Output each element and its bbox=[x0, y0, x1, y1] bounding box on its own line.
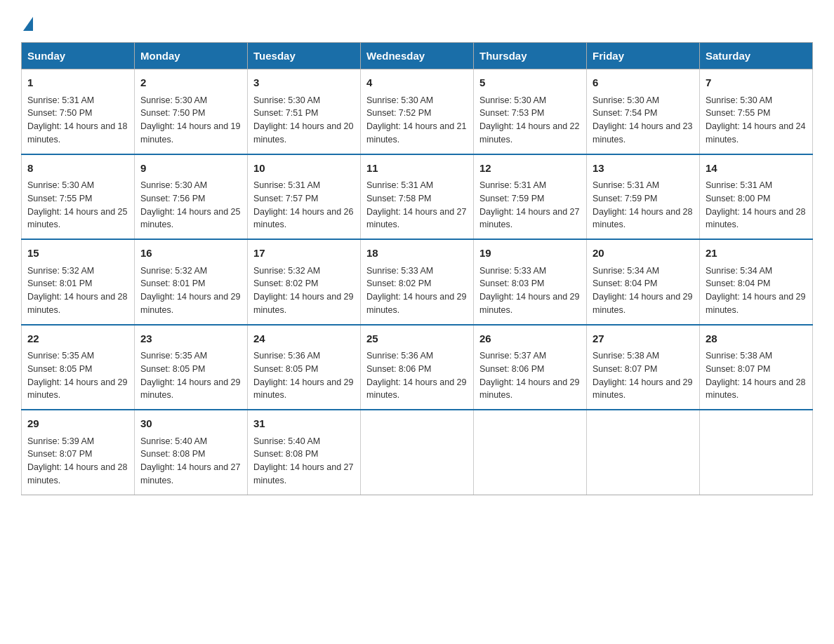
logo bbox=[21, 14, 33, 31]
calendar-cell: 17Sunrise: 5:32 AMSunset: 8:02 PMDayligh… bbox=[248, 239, 361, 325]
day-number: 23 bbox=[140, 331, 241, 347]
calendar-cell: 22Sunrise: 5:35 AMSunset: 8:05 PMDayligh… bbox=[22, 325, 135, 410]
day-number: 9 bbox=[140, 161, 241, 177]
col-header-tuesday: Tuesday bbox=[248, 43, 361, 69]
calendar-cell: 5Sunrise: 5:30 AMSunset: 7:53 PMDaylight… bbox=[474, 69, 587, 154]
day-number: 11 bbox=[366, 161, 468, 177]
day-number: 8 bbox=[27, 161, 128, 177]
calendar-cell: 21Sunrise: 5:34 AMSunset: 8:04 PMDayligh… bbox=[700, 239, 813, 325]
calendar-cell: 18Sunrise: 5:33 AMSunset: 8:02 PMDayligh… bbox=[361, 239, 474, 325]
day-number: 31 bbox=[253, 416, 355, 432]
calendar-cell: 29Sunrise: 5:39 AMSunset: 8:07 PMDayligh… bbox=[22, 410, 135, 495]
day-number: 21 bbox=[706, 246, 807, 262]
day-number: 6 bbox=[593, 75, 694, 91]
calendar-cell: 16Sunrise: 5:32 AMSunset: 8:01 PMDayligh… bbox=[135, 239, 248, 325]
calendar-cell: 15Sunrise: 5:32 AMSunset: 8:01 PMDayligh… bbox=[22, 239, 135, 325]
day-number: 12 bbox=[479, 161, 581, 177]
calendar-cell: 8Sunrise: 5:30 AMSunset: 7:55 PMDaylight… bbox=[22, 154, 135, 240]
calendar-cell: 7Sunrise: 5:30 AMSunset: 7:55 PMDaylight… bbox=[700, 69, 813, 154]
calendar-cell: 26Sunrise: 5:37 AMSunset: 8:06 PMDayligh… bbox=[474, 325, 587, 410]
day-number: 27 bbox=[593, 331, 694, 347]
calendar-cell: 27Sunrise: 5:38 AMSunset: 8:07 PMDayligh… bbox=[587, 325, 700, 410]
col-header-friday: Friday bbox=[587, 43, 700, 69]
calendar-week-row: 8Sunrise: 5:30 AMSunset: 7:55 PMDaylight… bbox=[22, 154, 813, 240]
calendar-cell: 23Sunrise: 5:35 AMSunset: 8:05 PMDayligh… bbox=[135, 325, 248, 410]
day-number: 30 bbox=[140, 416, 241, 432]
day-number: 2 bbox=[140, 75, 241, 91]
calendar-cell bbox=[474, 410, 587, 495]
day-number: 16 bbox=[140, 246, 241, 262]
calendar-cell: 9Sunrise: 5:30 AMSunset: 7:56 PMDaylight… bbox=[135, 154, 248, 240]
calendar-cell: 31Sunrise: 5:40 AMSunset: 8:08 PMDayligh… bbox=[248, 410, 361, 495]
col-header-wednesday: Wednesday bbox=[361, 43, 474, 69]
day-number: 7 bbox=[706, 75, 807, 91]
calendar-cell: 3Sunrise: 5:30 AMSunset: 7:51 PMDaylight… bbox=[248, 69, 361, 154]
calendar-week-row: 15Sunrise: 5:32 AMSunset: 8:01 PMDayligh… bbox=[22, 239, 813, 325]
day-number: 25 bbox=[366, 331, 468, 347]
calendar-week-row: 1Sunrise: 5:31 AMSunset: 7:50 PMDaylight… bbox=[22, 69, 813, 154]
calendar-cell: 11Sunrise: 5:31 AMSunset: 7:58 PMDayligh… bbox=[361, 154, 474, 240]
calendar-cell: 13Sunrise: 5:31 AMSunset: 7:59 PMDayligh… bbox=[587, 154, 700, 240]
day-number: 22 bbox=[27, 331, 128, 347]
day-number: 1 bbox=[27, 75, 128, 91]
calendar-cell: 20Sunrise: 5:34 AMSunset: 8:04 PMDayligh… bbox=[587, 239, 700, 325]
col-header-sunday: Sunday bbox=[22, 43, 135, 69]
calendar-cell: 4Sunrise: 5:30 AMSunset: 7:52 PMDaylight… bbox=[361, 69, 474, 154]
calendar-cell bbox=[587, 410, 700, 495]
col-header-monday: Monday bbox=[135, 43, 248, 69]
day-number: 20 bbox=[593, 246, 694, 262]
calendar-cell: 6Sunrise: 5:30 AMSunset: 7:54 PMDaylight… bbox=[587, 69, 700, 154]
calendar-header-row: SundayMondayTuesdayWednesdayThursdayFrid… bbox=[22, 43, 813, 69]
logo-triangle-icon bbox=[23, 17, 33, 31]
day-number: 29 bbox=[27, 416, 128, 432]
calendar-cell bbox=[361, 410, 474, 495]
day-number: 24 bbox=[253, 331, 355, 347]
day-number: 17 bbox=[253, 246, 355, 262]
calendar-cell: 28Sunrise: 5:38 AMSunset: 8:07 PMDayligh… bbox=[700, 325, 813, 410]
calendar-cell: 2Sunrise: 5:30 AMSunset: 7:50 PMDaylight… bbox=[135, 69, 248, 154]
day-number: 15 bbox=[27, 246, 128, 262]
page-header bbox=[21, 14, 813, 31]
calendar-week-row: 29Sunrise: 5:39 AMSunset: 8:07 PMDayligh… bbox=[22, 410, 813, 495]
calendar-cell: 14Sunrise: 5:31 AMSunset: 8:00 PMDayligh… bbox=[700, 154, 813, 240]
day-number: 4 bbox=[366, 75, 468, 91]
col-header-saturday: Saturday bbox=[700, 43, 813, 69]
calendar-cell: 10Sunrise: 5:31 AMSunset: 7:57 PMDayligh… bbox=[248, 154, 361, 240]
col-header-thursday: Thursday bbox=[474, 43, 587, 69]
day-number: 18 bbox=[366, 246, 468, 262]
calendar-cell: 30Sunrise: 5:40 AMSunset: 8:08 PMDayligh… bbox=[135, 410, 248, 495]
day-number: 13 bbox=[593, 161, 694, 177]
day-number: 28 bbox=[706, 331, 807, 347]
calendar-week-row: 22Sunrise: 5:35 AMSunset: 8:05 PMDayligh… bbox=[22, 325, 813, 410]
calendar-table: SundayMondayTuesdayWednesdayThursdayFrid… bbox=[21, 42, 813, 495]
calendar-cell: 19Sunrise: 5:33 AMSunset: 8:03 PMDayligh… bbox=[474, 239, 587, 325]
calendar-cell: 12Sunrise: 5:31 AMSunset: 7:59 PMDayligh… bbox=[474, 154, 587, 240]
calendar-cell: 25Sunrise: 5:36 AMSunset: 8:06 PMDayligh… bbox=[361, 325, 474, 410]
calendar-cell: 24Sunrise: 5:36 AMSunset: 8:05 PMDayligh… bbox=[248, 325, 361, 410]
day-number: 14 bbox=[706, 161, 807, 177]
day-number: 26 bbox=[479, 331, 581, 347]
day-number: 5 bbox=[479, 75, 581, 91]
calendar-cell: 1Sunrise: 5:31 AMSunset: 7:50 PMDaylight… bbox=[22, 69, 135, 154]
day-number: 19 bbox=[479, 246, 581, 262]
day-number: 10 bbox=[253, 161, 355, 177]
day-number: 3 bbox=[253, 75, 355, 91]
calendar-cell bbox=[700, 410, 813, 495]
